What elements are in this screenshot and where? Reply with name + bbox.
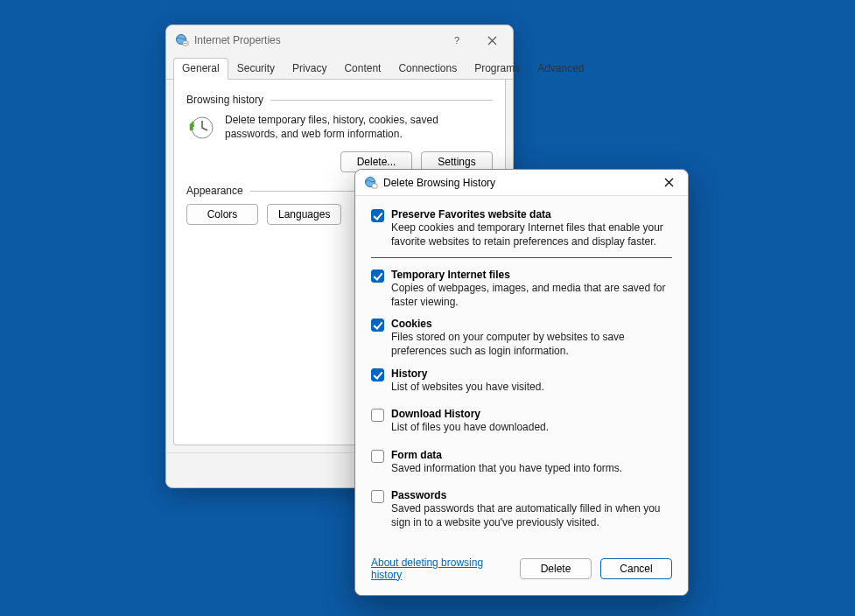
option-cookies: Cookies Files stored on your computer by… bbox=[371, 318, 672, 358]
option-title: Preserve Favorites website data bbox=[391, 208, 672, 220]
option-temp-files: Temporary Internet files Copies of webpa… bbox=[371, 269, 672, 309]
checkbox-preserve-favorites[interactable] bbox=[371, 209, 384, 222]
close-button[interactable] bbox=[474, 27, 509, 53]
option-download-history: Download History List of files you have … bbox=[371, 408, 672, 435]
option-desc: List of websites you have visited. bbox=[391, 381, 544, 395]
option-desc: Saved information that you have typed in… bbox=[391, 462, 622, 476]
titlebar[interactable]: Internet Properties ? bbox=[166, 25, 513, 55]
dialog-footer: About deleting browsing history Delete C… bbox=[355, 548, 688, 595]
option-title: Form data bbox=[391, 449, 622, 461]
tab-connections[interactable]: Connections bbox=[389, 58, 466, 80]
checkbox-history[interactable] bbox=[371, 368, 384, 382]
window-title: Internet Properties bbox=[194, 34, 439, 46]
help-button[interactable]: ? bbox=[439, 27, 474, 53]
checkbox-download-history[interactable] bbox=[371, 409, 384, 422]
tab-advanced[interactable]: Advanced bbox=[529, 58, 592, 80]
about-deleting-history-link[interactable]: About deleting browsing history bbox=[371, 556, 511, 581]
option-history: History List of websites you have visite… bbox=[371, 368, 672, 395]
option-title: Download History bbox=[391, 408, 549, 420]
checkbox-passwords[interactable] bbox=[371, 490, 384, 503]
languages-button[interactable]: Languages bbox=[267, 204, 341, 225]
dialog-title: Delete Browsing History bbox=[383, 177, 655, 189]
option-title: History bbox=[391, 368, 544, 380]
checkbox-temp-files[interactable] bbox=[371, 270, 384, 283]
option-title: Cookies bbox=[391, 318, 672, 330]
option-title: Temporary Internet files bbox=[391, 269, 672, 281]
checkbox-cookies[interactable] bbox=[371, 318, 384, 332]
internet-options-icon bbox=[175, 33, 189, 47]
tab-privacy[interactable]: Privacy bbox=[284, 58, 335, 80]
option-desc: List of files you have downloaded. bbox=[391, 421, 549, 435]
option-desc: Files stored on your computer by website… bbox=[391, 331, 672, 358]
tab-programs[interactable]: Programs bbox=[466, 58, 529, 80]
cancel-button[interactable]: Cancel bbox=[600, 558, 672, 579]
option-desc: Keep cookies and temporary Internet file… bbox=[391, 221, 672, 248]
browsing-history-description: Delete temporary files, history, cookies… bbox=[225, 113, 493, 143]
tab-content[interactable]: Content bbox=[335, 58, 389, 80]
group-label: Appearance bbox=[186, 185, 243, 197]
group-browsing-history: Browsing history bbox=[186, 94, 493, 106]
history-clock-icon bbox=[186, 113, 216, 143]
dialog-body: Preserve Favorites website data Keep coo… bbox=[355, 196, 688, 548]
option-passwords: Passwords Saved passwords that are autom… bbox=[371, 489, 672, 529]
group-label: Browsing history bbox=[186, 94, 263, 106]
option-title: Passwords bbox=[391, 489, 672, 501]
dialog-titlebar[interactable]: Delete Browsing History bbox=[355, 170, 688, 196]
tab-general[interactable]: General bbox=[173, 58, 228, 80]
divider bbox=[270, 100, 493, 101]
divider bbox=[371, 257, 672, 258]
checkbox-form-data[interactable] bbox=[371, 450, 384, 463]
option-form-data: Form data Saved information that you hav… bbox=[371, 449, 672, 476]
svg-text:?: ? bbox=[454, 35, 459, 46]
delete-browsing-history-dialog: Delete Browsing History Preserve Favorit… bbox=[354, 169, 689, 596]
svg-rect-6 bbox=[372, 184, 377, 188]
tab-security[interactable]: Security bbox=[228, 58, 284, 80]
tab-bar: General Security Privacy Content Connect… bbox=[166, 57, 513, 80]
option-desc: Copies of webpages, images, and media th… bbox=[391, 282, 672, 309]
option-preserve-favorites: Preserve Favorites website data Keep coo… bbox=[371, 208, 672, 248]
option-desc: Saved passwords that are automatically f… bbox=[391, 502, 672, 529]
dialog-close-button[interactable] bbox=[655, 170, 683, 196]
colors-button[interactable]: Colors bbox=[186, 204, 258, 225]
svg-rect-2 bbox=[184, 43, 187, 44]
internet-options-icon bbox=[364, 176, 378, 190]
delete-button[interactable]: Delete bbox=[520, 558, 592, 579]
